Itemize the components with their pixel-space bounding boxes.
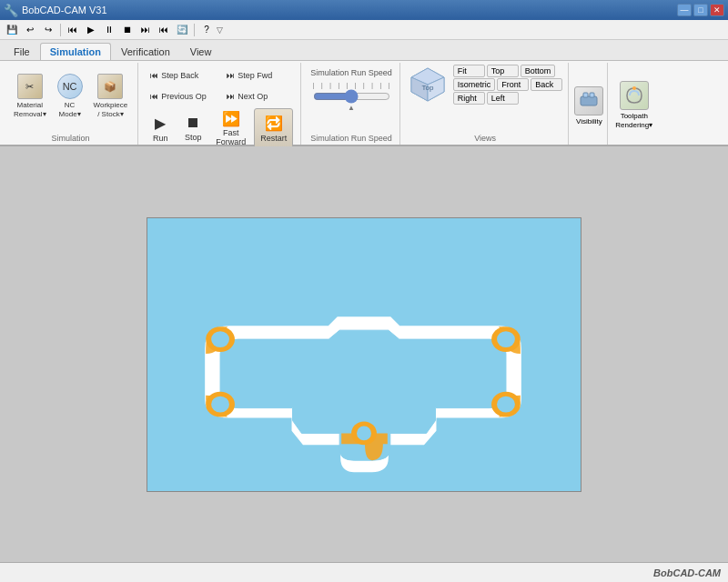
front-button[interactable]: Front	[497, 78, 529, 91]
app-icon: 🔧	[4, 4, 18, 17]
tab-file[interactable]: File	[4, 43, 40, 60]
prev-op-icon: ⏮	[150, 92, 158, 101]
isometric-button[interactable]: Isometric	[453, 78, 496, 91]
prev-op-button[interactable]: ⏮ Previous Op	[146, 87, 218, 105]
speed-tick-top: | | | | | | | | | |	[313, 81, 390, 89]
main-content	[0, 146, 728, 562]
visibility-label: Visibility	[576, 117, 602, 125]
view-btn-row-1: Fit Top Bottom	[453, 65, 563, 77]
ribbon-group-visibility: Visibility	[571, 63, 608, 145]
qa-pause-button[interactable]: ⏸	[101, 22, 117, 38]
svg-rect-6	[583, 93, 588, 97]
next-op-icon: ⏭	[227, 92, 235, 101]
svg-point-16	[497, 396, 515, 412]
stop-button[interactable]: ⏹ Stop	[178, 108, 207, 149]
material-removal-button[interactable]: ✂ MaterialRemoval▾	[9, 66, 51, 126]
svg-rect-7	[590, 93, 594, 97]
qa-prev-button[interactable]: ⏮	[65, 22, 81, 38]
visibility-group-label	[574, 143, 603, 145]
speed-content: Simulation Run Speed | | | | | | | | | |…	[310, 65, 392, 134]
step-back-icon: ⏮	[150, 71, 158, 80]
step-back-label: Step Back	[161, 71, 198, 80]
right-button[interactable]: Right	[453, 92, 485, 105]
view-cube-svg[interactable]: Top	[408, 65, 448, 105]
workpiece-label: Workpiece/ Stock▾	[94, 101, 128, 118]
quick-access-toolbar: 💾 ↩ ↪ ⏮ ▶ ⏸ ⏹ ⏭ ⏮ 🔄 ? ▽	[0, 20, 728, 40]
qa-restart-button[interactable]: 🔄	[174, 22, 190, 38]
control-row-3: ▶ Run ⏹ Stop ⏩ FastForward 🔁 Restart	[146, 108, 295, 149]
title-bar-left: 🔧 BobCAD-CAM V31	[4, 4, 107, 17]
material-removal-label: MaterialRemoval▾	[14, 101, 46, 118]
qa-dropdown-button[interactable]: ▽	[217, 25, 223, 35]
workpiece-button[interactable]: 📦 Workpiece/ Stock▾	[89, 66, 133, 126]
fit-button[interactable]: Fit	[453, 65, 485, 77]
run-icon: ▶	[155, 115, 166, 132]
tab-simulation[interactable]: Simulation	[40, 43, 111, 61]
qa-undo-button[interactable]: ↩	[22, 22, 38, 38]
svg-rect-5	[581, 96, 597, 105]
top-button[interactable]: Top	[487, 65, 519, 77]
step-fwd-label: Step Fwd	[238, 71, 272, 80]
svg-text:Top: Top	[421, 84, 433, 92]
visibility-svg	[579, 91, 599, 111]
ribbon-group-control: ⏮ Step Back ⏭ Step Fwd ⏮ Previous Op ⏭	[140, 63, 301, 145]
stop-icon: ⏹	[186, 115, 200, 131]
toolpath-shape	[206, 317, 521, 471]
left-button[interactable]: Left	[487, 92, 519, 105]
views-group-label: Views	[408, 134, 563, 145]
fast-forward-label: FastForward	[216, 129, 246, 147]
toolpath-rendering-icon	[620, 81, 649, 110]
toolpath-rendering-group-label	[615, 143, 652, 145]
speed-group-label: Simulation Run Speed	[310, 134, 392, 145]
control-buttons: ⏮ Step Back ⏭ Step Fwd ⏮ Previous Op ⏭	[146, 65, 295, 149]
fast-forward-icon: ⏩	[222, 110, 240, 127]
qa-stop-button[interactable]: ⏹	[119, 22, 136, 38]
qa-play-button[interactable]: ▶	[83, 22, 99, 38]
back-button[interactable]: Back	[531, 78, 562, 91]
svg-point-14	[211, 396, 229, 412]
viewport[interactable]	[147, 217, 581, 492]
step-fwd-icon: ⏭	[227, 71, 235, 80]
run-label: Run	[153, 134, 168, 143]
prev-op-label: Previous Op	[161, 92, 207, 101]
simulation-group-label: Simulation	[9, 134, 132, 145]
title-bar-title: BobCAD-CAM V31	[22, 5, 107, 15]
restart-label: Restart	[260, 134, 287, 143]
tab-view[interactable]: View	[180, 43, 222, 60]
nc-mode-button[interactable]: NC NCMode▾	[53, 66, 87, 126]
step-fwd-button[interactable]: ⏭ Step Fwd	[222, 66, 295, 85]
toolpath-rendering-svg	[623, 85, 645, 106]
bottom-button[interactable]: Bottom	[521, 65, 556, 77]
workpiece-icon: 📦	[97, 74, 123, 99]
material-removal-icon: ✂	[17, 74, 43, 99]
close-button[interactable]: ✕	[710, 4, 724, 16]
fast-forward-button[interactable]: ⏩ FastForward	[211, 108, 250, 149]
qa-save-button[interactable]: 💾	[4, 22, 20, 38]
qa-help-button[interactable]: ?	[198, 22, 215, 38]
control-row-2: ⏮ Previous Op ⏭ Next Op	[146, 87, 295, 105]
minimize-button[interactable]: —	[677, 4, 692, 16]
nc-mode-icon: NC	[57, 74, 83, 99]
svg-point-12	[497, 331, 515, 347]
qa-stepback-button[interactable]: ⏮	[156, 22, 172, 38]
control-row-1: ⏮ Step Back ⏭ Step Fwd	[146, 66, 295, 85]
maximize-button[interactable]: □	[693, 4, 708, 16]
toolpath-rendering-label: ToolpathRendering▾	[615, 112, 652, 129]
nc-mode-label: NCMode▾	[59, 101, 81, 118]
title-bar-controls: — □ ✕	[677, 4, 724, 16]
step-back-button[interactable]: ⏮ Step Back	[146, 66, 218, 85]
qa-redo-button[interactable]: ↪	[40, 22, 56, 38]
restart-button[interactable]: 🔁 Restart	[254, 108, 293, 149]
speed-title: Simulation Run Speed	[310, 68, 392, 77]
speed-slider-container[interactable]: | | | | | | | | | |	[313, 81, 390, 102]
run-button[interactable]: ▶ Run	[146, 108, 175, 149]
title-bar: 🔧 BobCAD-CAM V31 — □ ✕	[0, 0, 728, 20]
simulation-buttons: ✂ MaterialRemoval▾ NC NCMode▾ 📦 Workpiec…	[9, 65, 132, 134]
qa-separator-1	[60, 24, 61, 36]
control-rows: ⏮ Step Back ⏭ Step Fwd ⏮ Previous Op ⏭	[146, 66, 295, 149]
next-op-label: Next Op	[238, 92, 268, 101]
tab-verification[interactable]: Verification	[111, 43, 180, 60]
next-op-button[interactable]: ⏭ Next Op	[222, 87, 295, 105]
speed-slider-input[interactable]	[313, 93, 390, 100]
qa-next-button[interactable]: ⏭	[137, 22, 154, 38]
